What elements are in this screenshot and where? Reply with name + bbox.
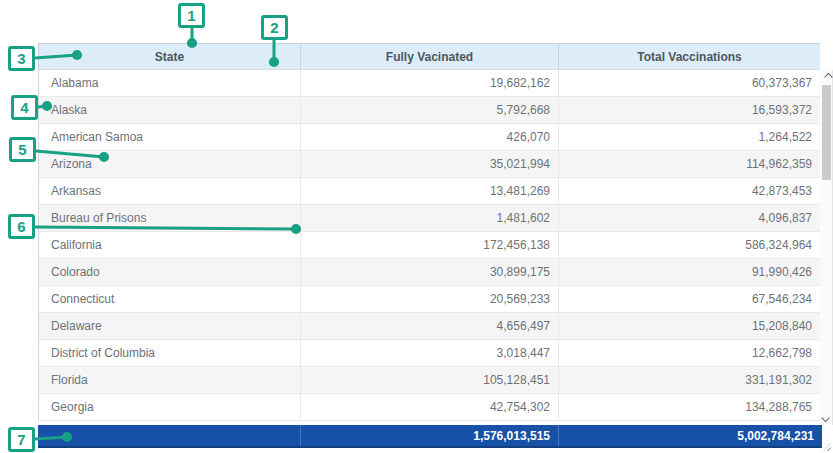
state-cell: Alaska — [39, 97, 300, 123]
summary-total-vaccinations-cell: 5,002,784,231 — [558, 425, 822, 446]
state-cell: Arkansas — [39, 178, 300, 204]
total-vaccinations-cell: 114,962,359 — [558, 151, 820, 177]
total-vaccinations-cell: 586,324,964 — [558, 232, 820, 258]
fully-vaccinated-cell: 30,899,175 — [300, 259, 558, 285]
chevron-up-icon — [824, 73, 832, 81]
fully-vaccinated-cell: 1,481,602 — [300, 205, 558, 231]
table-row[interactable]: Florida 105,128,451 331,191,302 — [38, 367, 820, 394]
state-cell: Bureau of Prisons — [39, 205, 300, 231]
table-body: Alabama 19,682,162 60,373,367 Alaska 5,7… — [38, 70, 820, 421]
table-row[interactable]: American Samoa 426,070 1,264,522 — [38, 124, 820, 151]
scroll-up-button[interactable] — [820, 70, 833, 84]
callout-2: 2 — [261, 15, 288, 40]
total-vaccinations-cell: 331,191,302 — [558, 367, 820, 393]
callout-6: 6 — [8, 214, 35, 239]
total-vaccinations-cell: 1,264,522 — [558, 124, 820, 150]
total-vaccinations-cell: 42,873,453 — [558, 178, 820, 204]
summary-row: 1,576,013,515 5,002,784,231 — [38, 425, 822, 448]
total-vaccinations-cell: 134,288,765 — [558, 394, 820, 420]
total-vaccinations-cell: 4,096,837 — [558, 205, 820, 231]
state-cell: Connecticut — [39, 286, 300, 312]
fully-vaccinated-cell: 13,481,269 — [300, 178, 558, 204]
scroll-down-button[interactable] — [820, 411, 833, 425]
table-row[interactable]: Georgia 42,754,302 134,288,765 — [38, 394, 820, 421]
summary-fully-vaccinated-cell: 1,576,013,515 — [300, 425, 558, 446]
fully-vaccinated-cell: 42,754,302 — [300, 394, 558, 420]
callout-7: 7 — [8, 427, 35, 452]
callout-3: 3 — [8, 46, 35, 71]
resize-grip-icon[interactable] — [823, 443, 831, 451]
table-row[interactable]: Alabama 19,682,162 60,373,367 — [38, 70, 820, 97]
column-header-fully-vaccinated[interactable]: Fully Vacinated — [300, 44, 558, 69]
total-vaccinations-cell: 91,990,426 — [558, 259, 820, 285]
fully-vaccinated-cell: 105,128,451 — [300, 367, 558, 393]
fully-vaccinated-cell: 172,456,138 — [300, 232, 558, 258]
state-cell: Delaware — [39, 313, 300, 339]
table-row[interactable]: Delaware 4,656,497 15,208,840 — [38, 313, 820, 340]
callout-4: 4 — [11, 95, 38, 120]
total-vaccinations-cell: 60,373,367 — [558, 70, 820, 96]
fully-vaccinated-cell: 35,021,994 — [300, 151, 558, 177]
fully-vaccinated-cell: 4,656,497 — [300, 313, 558, 339]
table-row[interactable]: California 172,456,138 586,324,964 — [38, 232, 820, 259]
callout-5: 5 — [9, 137, 36, 162]
fully-vaccinated-cell: 20,569,233 — [300, 286, 558, 312]
state-cell: Georgia — [39, 394, 300, 420]
state-cell: Colorado — [39, 259, 300, 285]
fully-vaccinated-cell: 3,018,447 — [300, 340, 558, 366]
table-row[interactable]: Alaska 5,792,668 16,593,372 — [38, 97, 820, 124]
fully-vaccinated-cell: 426,070 — [300, 124, 558, 150]
table-row[interactable]: Bureau of Prisons 1,481,602 4,096,837 — [38, 205, 820, 232]
total-vaccinations-cell: 12,662,798 — [558, 340, 820, 366]
vertical-scrollbar[interactable] — [820, 70, 833, 425]
state-cell: Arizona — [39, 151, 300, 177]
state-cell: Florida — [39, 367, 300, 393]
column-header-total-vaccinations[interactable]: Total Vaccinations — [558, 44, 820, 69]
table-header-row: State Fully Vacinated Total Vaccinations — [38, 43, 820, 70]
chevron-down-icon — [821, 414, 829, 422]
table-row[interactable]: Colorado 30,899,175 91,990,426 — [38, 259, 820, 286]
summary-state-cell — [38, 425, 300, 446]
state-cell: California — [39, 232, 300, 258]
callout-1: 1 — [178, 3, 205, 28]
fully-vaccinated-cell: 19,682,162 — [300, 70, 558, 96]
total-vaccinations-cell: 15,208,840 — [558, 313, 820, 339]
table-row[interactable]: Arkansas 13,481,269 42,873,453 — [38, 178, 820, 205]
total-vaccinations-cell: 16,593,372 — [558, 97, 820, 123]
state-cell: American Samoa — [39, 124, 300, 150]
dashboard-table-panel: State Fully Vacinated Total Vaccinations… — [0, 0, 833, 453]
table-row[interactable]: Connecticut 20,569,233 67,546,234 — [38, 286, 820, 313]
state-cell: District of Columbia — [39, 340, 300, 366]
total-vaccinations-cell: 67,546,234 — [558, 286, 820, 312]
fully-vaccinated-cell: 5,792,668 — [300, 97, 558, 123]
column-header-state[interactable]: State — [39, 44, 300, 69]
table-row[interactable]: District of Columbia 3,018,447 12,662,79… — [38, 340, 820, 367]
table-row[interactable]: Arizona 35,021,994 114,962,359 — [38, 151, 820, 178]
scrollbar-thumb[interactable] — [822, 85, 831, 180]
state-cell: Alabama — [39, 70, 300, 96]
